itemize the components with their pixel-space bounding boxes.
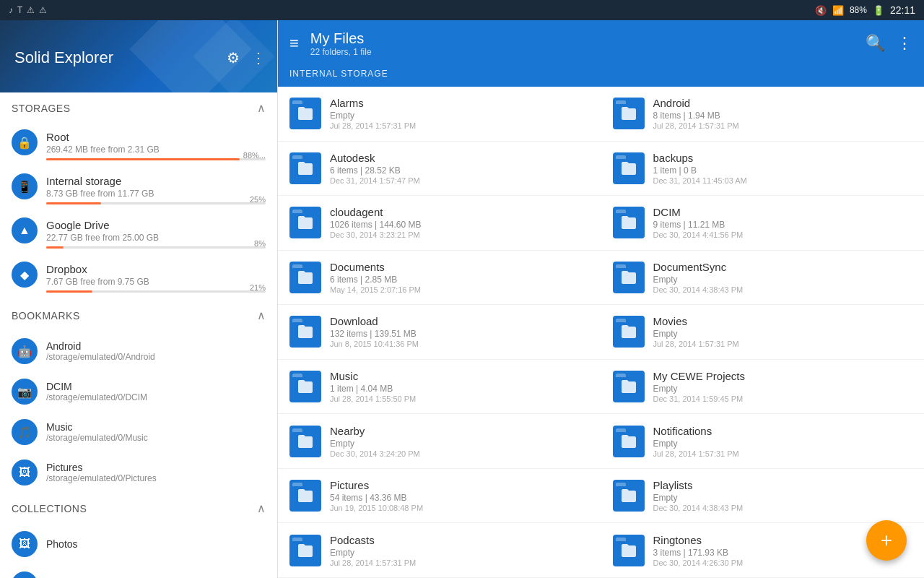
gdrive-bar-container: 8% <box>46 246 266 249</box>
dropbox-bar-container: 21% <box>46 290 266 293</box>
file-item[interactable]: Podcasts Empty Jul 28, 2014 1:57:31 PM <box>278 523 601 578</box>
bookmark-android-name: Android <box>46 340 155 352</box>
file-date: Jul 28, 2014 1:57:31 PM <box>330 121 590 130</box>
file-item[interactable]: Download 132 items | 139.51 MB Jun 8, 20… <box>278 305 601 360</box>
right-container: ≡ My Files 22 folders, 1 file 🔍 ⋮ INTERN… <box>278 20 924 578</box>
file-item[interactable]: DocumentSync Empty Dec 30, 2014 4:38:43 … <box>601 251 925 306</box>
file-item[interactable]: cloudagent 1026 items | 144.60 MB Dec 30… <box>278 196 601 251</box>
collections-section-header[interactable]: Collections ∧ <box>0 493 277 524</box>
folder-icon <box>613 152 645 184</box>
file-name: Autodesk <box>330 152 590 164</box>
internal-info: 8.73 GB free from 11.77 GB <box>46 189 154 199</box>
file-info: DCIM 9 items | 11.21 MB Dec 30, 2014 4:4… <box>653 206 913 239</box>
file-name: My CEWE Projects <box>653 370 913 382</box>
status-bar: ♪ T ⚠ ⚠ 🔇 📶 88% 🔋 22:11 <box>0 0 924 20</box>
file-item[interactable]: Android 8 items | 1.94 MB Jul 28, 2014 1… <box>601 87 925 142</box>
file-name: Playlists <box>653 479 913 491</box>
file-date: Dec 31, 2014 1:59:45 PM <box>653 394 913 403</box>
internal-icon: 📱 <box>12 173 38 199</box>
folder-icon <box>613 371 645 402</box>
file-meta: Empty <box>330 548 590 558</box>
file-item[interactable]: My CEWE Projects Empty Dec 31, 2014 1:59… <box>601 360 925 415</box>
bookmark-music-name: Music <box>46 421 148 433</box>
hamburger-icon[interactable]: ≡ <box>289 34 299 53</box>
file-item[interactable]: Pictures 54 items | 43.36 MB Jun 19, 201… <box>278 469 601 524</box>
collection-music[interactable]: 🎵 Music <box>0 564 277 578</box>
storage-gdrive[interactable]: ▲ Google Drive 22.77 GB free from 25.00 … <box>0 212 277 256</box>
file-meta: 132 items | 139.51 MB <box>330 329 590 339</box>
bookmark-dcim-path: /storage/emulated/0/DCIM <box>46 392 147 402</box>
bookmark-pictures[interactable]: 🖼 Pictures /storage/emulated/0/Pictures <box>0 452 277 493</box>
file-meta: 6 items | 28.52 KB <box>330 165 590 176</box>
storage-root[interactable]: 🔒 Root 269.42 MB free from 2.31 GB 88%..… <box>0 124 277 168</box>
gdrive-icon: ▲ <box>12 217 38 243</box>
bookmark-android[interactable]: 🤖 Android /storage/emulated/0/Android <box>0 331 277 371</box>
file-item[interactable]: Movies Empty Jul 28, 2014 1:57:31 PM <box>601 305 925 360</box>
search-icon[interactable]: 🔍 <box>866 34 885 53</box>
folder-icon <box>613 262 645 293</box>
file-meta: 1026 items | 144.60 MB <box>330 220 590 230</box>
file-info: Download 132 items | 139.51 MB Jun 8, 20… <box>330 315 590 348</box>
bookmark-android-icon: 🤖 <box>12 338 38 364</box>
file-meta: Empty <box>653 275 913 285</box>
more-icon[interactable]: ⋮ <box>251 49 266 66</box>
file-info: Podcasts Empty Jul 28, 2014 1:57:31 PM <box>330 534 590 567</box>
storages-section-header[interactable]: Storages ∧ <box>0 92 277 124</box>
file-item[interactable]: Documents 6 items | 2.85 MB May 14, 2015… <box>278 251 601 306</box>
app-title: Solid Explorer <box>14 48 113 67</box>
storage-dropbox[interactable]: ◆ Dropbox 7.67 GB free from 9.75 GB 21% <box>0 256 277 300</box>
wifi-icon: 📶 <box>832 5 844 16</box>
bookmarks-section-header[interactable]: Bookmarks ∧ <box>0 300 277 331</box>
collection-photos-name: Photos <box>46 538 78 550</box>
file-item[interactable]: Alarms Empty Jul 28, 2014 1:57:31 PM <box>278 87 601 142</box>
file-info: Pictures 54 items | 43.36 MB Jun 19, 201… <box>330 479 590 512</box>
file-info: DocumentSync Empty Dec 30, 2014 4:38:43 … <box>653 261 913 294</box>
bookmark-pictures-path: /storage/emulated/0/Pictures <box>46 473 157 483</box>
file-info: Android 8 items | 1.94 MB Jul 28, 2014 1… <box>653 97 913 130</box>
file-name: Alarms <box>330 97 590 109</box>
warning-icon-2: ⚠ <box>39 5 47 15</box>
bookmark-dcim[interactable]: 📷 DCIM /storage/emulated/0/DCIM <box>0 371 277 412</box>
file-name: DCIM <box>653 206 913 218</box>
file-name: Android <box>653 97 913 109</box>
file-item[interactable]: Autodesk 6 items | 28.52 KB Dec 31, 2014… <box>278 142 601 197</box>
file-name: Movies <box>653 315 913 327</box>
internal-name: Internal storage <box>46 175 154 187</box>
file-meta: 9 items | 11.21 MB <box>653 220 913 230</box>
file-meta: 54 items | 43.36 MB <box>330 493 590 503</box>
internal-bar-container: 25% <box>46 202 266 204</box>
file-meta: 6 items | 2.85 MB <box>330 275 590 285</box>
internal-bar <box>46 202 101 204</box>
file-item[interactable]: Nearby Empty Dec 30, 2014 3:24:20 PM <box>278 414 601 469</box>
file-date: Jul 28, 2014 1:57:31 PM <box>653 121 913 130</box>
bookmark-music-path: /storage/emulated/0/Music <box>46 433 148 443</box>
collections-label: Collections <box>12 503 87 514</box>
file-info: My CEWE Projects Empty Dec 31, 2014 1:59… <box>653 370 913 403</box>
status-bar-left: ♪ T ⚠ ⚠ <box>9 5 47 15</box>
overflow-icon[interactable]: ⋮ <box>897 34 912 53</box>
storage-internal[interactable]: 📱 Internal storage 8.73 GB free from 11.… <box>0 168 277 212</box>
dropbox-bar <box>46 290 92 293</box>
top-bar-title: My Files <box>310 30 866 47</box>
file-name: Podcasts <box>330 534 590 546</box>
collection-photos[interactable]: 🖼 Photos <box>0 524 277 564</box>
folder-icon <box>613 480 645 512</box>
bookmark-music[interactable]: 🎵 Music /storage/emulated/0/Music <box>0 412 277 452</box>
fab-button[interactable]: + <box>866 520 907 561</box>
file-name: Nearby <box>330 425 590 437</box>
file-date: Dec 30, 2014 4:26:30 PM <box>653 558 913 567</box>
folder-icon <box>289 152 321 184</box>
breadcrumb-text: INTERNAL STORAGE <box>289 69 388 79</box>
file-item[interactable]: backups 1 item | 0 B Dec 31, 2014 11:45:… <box>601 142 925 197</box>
bookmark-android-path: /storage/emulated/0/Android <box>46 352 155 362</box>
file-meta: Empty <box>653 493 913 503</box>
settings-icon[interactable]: ⚙ <box>227 49 240 66</box>
file-item[interactable]: Playlists Empty Dec 30, 2014 4:38:43 PM <box>601 469 925 524</box>
sidebar-header: Solid Explorer ⚙ ⋮ <box>0 20 277 92</box>
file-item[interactable]: Music 1 item | 4.04 MB Jul 28, 2014 1:55… <box>278 360 601 415</box>
file-date: Dec 30, 2014 4:38:43 PM <box>653 285 913 294</box>
folder-icon <box>289 207 321 238</box>
file-item[interactable]: Notifications Empty Jul 28, 2014 1:57:31… <box>601 414 925 469</box>
folder-icon <box>289 262 321 293</box>
file-item[interactable]: DCIM 9 items | 11.21 MB Dec 30, 2014 4:4… <box>601 196 925 251</box>
